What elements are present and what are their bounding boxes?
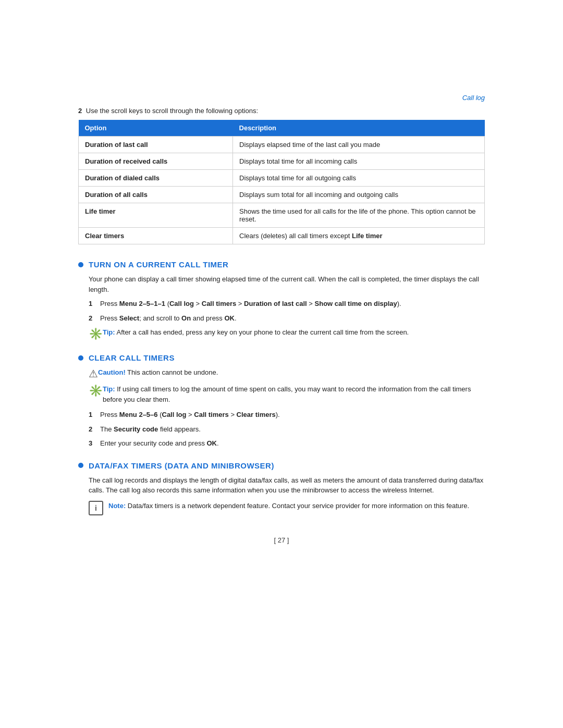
table-body: Duration of last callDisplays elapsed ti…	[79, 137, 485, 244]
col-description: Description	[233, 120, 485, 137]
table-cell-description: Displays total time for all outgoing cal…	[233, 170, 485, 187]
table-row: Clear timersClears (deletes) all call ti…	[79, 228, 485, 244]
step-number: 1	[89, 410, 98, 420]
section1-heading-container: TURN ON A CURRENT CALL TIMER	[78, 260, 485, 269]
options-table: Option Description Duration of last call…	[78, 120, 485, 244]
section3-bullet	[78, 463, 83, 468]
table-cell-option: Duration of received calls	[79, 153, 233, 170]
step-text: Press Menu 2–5–6 (Call log > Call timers…	[100, 410, 485, 420]
caution-icon: ⚠	[89, 367, 98, 380]
tip-icon: ✳️	[89, 327, 103, 341]
table-cell-description: Displays total time for all incoming cal…	[233, 153, 485, 170]
table-cell-option: Duration of all calls	[79, 187, 233, 203]
table-cell-option: Life timer	[79, 203, 233, 228]
section2-tip-text: Tip: If using call timers to log the amo…	[103, 384, 485, 404]
intro-text: 2 Use the scroll keys to scroll through …	[78, 107, 485, 115]
section2-bullet	[78, 355, 83, 361]
step-item: 1Press Menu 2–5–1–1 (Call log > Call tim…	[89, 299, 485, 309]
table-cell-description: Displays elapsed time of the last call y…	[233, 137, 485, 153]
table-row: Life timerShows the time used for all ca…	[79, 203, 485, 228]
step-number: 2	[89, 424, 98, 435]
step-text: Press Menu 2–5–1–1 (Call log > Call time…	[100, 299, 485, 309]
table-row: Duration of all callsDisplays sum total …	[79, 187, 485, 203]
table-cell-option: Clear timers	[79, 228, 233, 244]
section2-caution-box: ⚠ Caution! This action cannot be undone.	[89, 367, 485, 380]
section1-heading: TURN ON A CURRENT CALL TIMER	[89, 260, 228, 269]
section3-note-text: Note: Data/fax timers is a network depen…	[108, 501, 469, 511]
step-text: The Security code field appears.	[100, 424, 485, 435]
table-cell-description: Displays sum total for all incoming and …	[233, 187, 485, 203]
table-header: Option Description	[79, 120, 485, 137]
table-row: Duration of dialed callsDisplays total t…	[79, 170, 485, 187]
table-cell-option: Duration of dialed calls	[79, 170, 233, 187]
section2-body: ⚠ Caution! This action cannot be undone.…	[89, 367, 485, 449]
section3-heading-container: DATA/FAX TIMERS (DATA AND MINIBROWSER)	[78, 461, 485, 470]
section1-intro: Your phone can display a call timer show…	[89, 274, 485, 294]
step-number: 3	[89, 438, 98, 449]
page-number: [ 27 ]	[78, 536, 485, 544]
intro-step-num: 2	[78, 107, 82, 115]
step-text: Enter your security code and press OK.	[100, 438, 485, 449]
section3-note-box: i Note: Data/fax timers is a network dep…	[89, 501, 485, 515]
step-item: 1Press Menu 2–5–6 (Call log > Call timer…	[89, 410, 485, 420]
section1-bullet	[78, 262, 83, 267]
section2-heading-container: CLEAR CALL TIMERS	[78, 353, 485, 362]
section1-steps: 1Press Menu 2–5–1–1 (Call log > Call tim…	[89, 299, 485, 323]
step-item: 3Enter your security code and press OK.	[89, 438, 485, 449]
section3-intro: The call log records and displays the le…	[89, 475, 485, 496]
section3-body: The call log records and displays the le…	[89, 475, 485, 515]
table-row: Duration of last callDisplays elapsed ti…	[79, 137, 485, 153]
table-row: Duration of received callsDisplays total…	[79, 153, 485, 170]
step-item: 2Press Select; and scroll to On and pres…	[89, 313, 485, 324]
tip2-icon: ✳️	[89, 384, 103, 398]
table-cell-description: Clears (deletes) all call timers except …	[233, 228, 485, 244]
section3-heading: DATA/FAX TIMERS (DATA AND MINIBROWSER)	[89, 461, 274, 470]
table-cell-option: Duration of last call	[79, 137, 233, 153]
section1-tip-text: Tip: After a call has ended, press any k…	[103, 327, 409, 338]
step-number: 2	[89, 313, 98, 324]
call-log-link: Call log	[78, 94, 485, 102]
step-text: Press Select; and scroll to On and press…	[100, 313, 485, 324]
section1-body: Your phone can display a call timer show…	[89, 274, 485, 341]
step-number: 1	[89, 299, 98, 309]
section2-steps: 1Press Menu 2–5–6 (Call log > Call timer…	[89, 410, 485, 449]
section2-caution-text: Caution! This action cannot be undone.	[98, 367, 218, 378]
section1-tip-box: ✳️ Tip: After a call has ended, press an…	[89, 327, 485, 341]
section2-tip-box: ✳️ Tip: If using call timers to log the …	[89, 384, 485, 404]
page-container: Call log 2 Use the scroll keys to scroll…	[78, 0, 485, 575]
table-cell-description: Shows the time used for all calls for th…	[233, 203, 485, 228]
section2-heading: CLEAR CALL TIMERS	[89, 353, 175, 362]
col-option: Option	[79, 120, 233, 137]
note-icon: i	[89, 501, 103, 515]
step-item: 2The Security code field appears.	[89, 424, 485, 435]
